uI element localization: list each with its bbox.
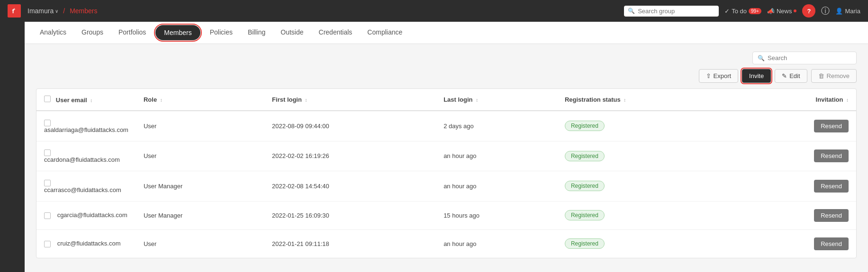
navbar-left: f + Imamura ∨ / Members	[8, 4, 97, 18]
invitation-header[interactable]: Invitation ↕	[738, 89, 856, 111]
members-search-container[interactable]: 🔍	[752, 52, 857, 64]
cell-email-1: ccardona@fluidattacks.com	[36, 141, 136, 171]
registered-badge-3: Registered	[565, 210, 605, 220]
cell-first-login-2: 2022-02-08 14:54:40	[264, 171, 436, 202]
resend-button-2[interactable]: Resend	[814, 180, 849, 193]
role-header[interactable]: Role ↕	[136, 89, 264, 111]
app-layout: Analytics Groups Portfolios Members Poli…	[0, 22, 868, 272]
select-all-header[interactable]: User email ↕	[36, 89, 136, 111]
org-name[interactable]: Imamura ∨	[27, 7, 58, 15]
cell-reg-status-4: Registered	[557, 229, 739, 258]
cell-first-login-0: 2022-08-09 09:44:00	[264, 111, 436, 141]
row-checkbox-4[interactable]	[44, 241, 51, 247]
help-button[interactable]: ?	[802, 4, 815, 18]
email-sort-icon[interactable]: ↕	[90, 98, 92, 103]
invite-button[interactable]: Invite	[742, 69, 771, 83]
row-checkbox-0[interactable]	[44, 120, 51, 126]
todo-button[interactable]: ✓ To do 99+	[724, 8, 761, 15]
cell-reg-status-2: Registered	[557, 171, 739, 202]
action-buttons: ⇧ Export Invite ✎ Edit 🗑 Remove	[36, 69, 857, 83]
table-header-row: User email ↕ Role ↕ First login ↕	[36, 89, 856, 111]
search-group-container[interactable]: 🔍	[624, 6, 719, 17]
export-button[interactable]: ⇧ Export	[699, 69, 739, 83]
tab-outside[interactable]: Outside	[273, 22, 311, 44]
tab-billing[interactable]: Billing	[240, 22, 273, 44]
table-row: cruiz@fluidattacks.com User 2022-01-21 0…	[36, 229, 856, 258]
role-sort-icon[interactable]: ↕	[160, 97, 163, 103]
tab-credentials[interactable]: Credentials	[311, 22, 360, 44]
cell-role-3: User Manager	[136, 201, 264, 229]
cell-first-login-3: 2022-01-25 16:09:30	[264, 201, 436, 229]
navbar: f + Imamura ∨ / Members 🔍 ✓ To do 99+ 📣 …	[0, 0, 868, 22]
export-icon: ⇧	[706, 72, 711, 79]
cell-email-0: asaldarriaga@fluidattacks.com	[36, 111, 136, 141]
row-checkbox-1[interactable]	[44, 149, 51, 156]
row-checkbox-3[interactable]	[44, 212, 51, 219]
select-all-checkbox[interactable]	[44, 96, 51, 102]
row-checkbox-2[interactable]	[44, 180, 51, 186]
page-breadcrumb: Members	[70, 7, 97, 15]
remove-icon: 🗑	[818, 72, 824, 79]
resend-button-4[interactable]: Resend	[814, 237, 849, 250]
user-menu-button[interactable]: 👤 Maria	[835, 8, 860, 15]
todo-badge: 99+	[749, 8, 761, 14]
content-area: 🔍 ⇧ Export Invite ✎ Edit 🗑 Remo	[25, 44, 868, 266]
search-group-input[interactable]	[638, 8, 715, 15]
cell-last-login-2: an hour ago	[436, 171, 557, 202]
controls-row: 🔍	[36, 52, 857, 64]
registered-badge-2: Registered	[565, 181, 605, 191]
last-login-sort-icon[interactable]: ↕	[476, 97, 478, 103]
tab-policies[interactable]: Policies	[202, 22, 240, 44]
main-content: Analytics Groups Portfolios Members Poli…	[25, 22, 868, 272]
search-members-icon: 🔍	[758, 55, 765, 61]
cell-role-4: User	[136, 229, 264, 258]
table-row: ccardona@fluidattacks.com User 2022-02-0…	[36, 141, 856, 171]
checkmark-icon: ✓	[724, 8, 730, 15]
brand-logo: f +	[8, 4, 21, 18]
tab-groups[interactable]: Groups	[74, 22, 111, 44]
edit-icon: ✎	[782, 72, 787, 79]
cell-last-login-0: 2 days ago	[436, 111, 557, 141]
table-row: asaldarriaga@fluidattacks.com User 2022-…	[36, 111, 856, 141]
tab-portfolios[interactable]: Portfolios	[111, 22, 154, 44]
table-row: cgarcia@fluidattacks.com User Manager 20…	[36, 201, 856, 229]
breadcrumb-separator: /	[63, 7, 65, 15]
resend-button-0[interactable]: Resend	[814, 120, 849, 132]
edit-button[interactable]: ✎ Edit	[775, 69, 807, 83]
first-login-sort-icon[interactable]: ↕	[305, 97, 307, 103]
cell-role-2: User Manager	[136, 171, 264, 202]
members-table: User email ↕ Role ↕ First login ↕	[36, 89, 856, 258]
first-login-header[interactable]: First login ↕	[264, 89, 436, 111]
info-button[interactable]: ⓘ	[821, 5, 830, 17]
cell-last-login-1: an hour ago	[436, 141, 557, 171]
cell-invitation-4: Resend	[738, 229, 856, 258]
org-chevron-icon: ∨	[55, 9, 58, 14]
cell-reg-status-3: Registered	[557, 201, 739, 229]
reg-status-header[interactable]: Registration status ↕	[557, 89, 739, 111]
last-login-header[interactable]: Last login ↕	[436, 89, 557, 111]
megaphone-icon: 📣	[767, 8, 775, 15]
cell-last-login-3: 15 hours ago	[436, 201, 557, 229]
cell-role-0: User	[136, 111, 264, 141]
invitation-sort-icon[interactable]: ↕	[846, 97, 849, 103]
cell-first-login-4: 2022-01-21 09:11:18	[264, 229, 436, 258]
resend-button-3[interactable]: Resend	[814, 209, 849, 222]
tab-members[interactable]: Members	[155, 25, 200, 40]
cell-last-login-4: an hour ago	[436, 229, 557, 258]
resend-button-1[interactable]: Resend	[814, 149, 849, 162]
news-dot-indicator	[794, 9, 796, 12]
registered-badge-0: Registered	[565, 121, 605, 131]
cell-invitation-1: Resend	[738, 141, 856, 171]
sidebar	[0, 22, 25, 272]
table-row: ccarrasco@fluidattacks.com User Manager …	[36, 171, 856, 202]
user-icon: 👤	[835, 8, 843, 15]
tab-analytics[interactable]: Analytics	[32, 22, 74, 44]
news-button[interactable]: 📣 News	[767, 8, 797, 15]
members-search-input[interactable]	[768, 54, 851, 61]
cell-role-1: User	[136, 141, 264, 171]
reg-status-sort-icon[interactable]: ↕	[624, 97, 626, 103]
cell-invitation-0: Resend	[738, 111, 856, 141]
remove-button[interactable]: 🗑 Remove	[811, 69, 857, 83]
tab-compliance[interactable]: Compliance	[360, 22, 410, 44]
members-table-container: User email ↕ Role ↕ First login ↕	[36, 88, 857, 258]
